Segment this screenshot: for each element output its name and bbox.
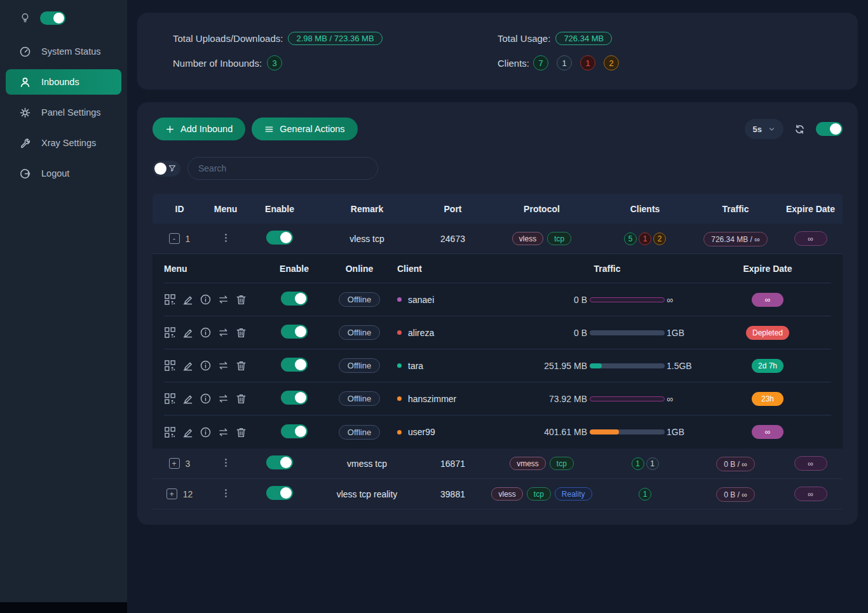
row-menu-button[interactable] (220, 488, 231, 499)
client-count-active: 1 (632, 457, 644, 470)
sidebar-item-inbounds[interactable]: Inbounds (6, 69, 121, 95)
kebab-icon (220, 232, 231, 243)
qr-code-icon[interactable] (164, 393, 176, 405)
header-remark: Remark (315, 204, 419, 214)
sub-header-enable: Enable (259, 264, 329, 274)
inbound-enable-toggle[interactable] (266, 486, 293, 500)
filter-toggle-knob (154, 163, 166, 175)
expand-row-button[interactable]: + (166, 488, 177, 499)
inbound-expire-badge: ∞ (794, 231, 827, 246)
qr-code-icon[interactable] (164, 426, 176, 438)
gauge-icon (19, 46, 31, 58)
reset-traffic-icon[interactable] (217, 293, 229, 306)
delete-icon[interactable] (235, 393, 247, 405)
total-usage-label: Total Usage: (498, 33, 550, 44)
plus-icon (165, 125, 175, 134)
protocol-tag-vless: vless (491, 487, 522, 501)
header-enable: Enable (245, 204, 315, 214)
sub-header-menu: Menu (164, 264, 259, 274)
delete-icon[interactable] (235, 327, 247, 339)
client-enable-toggle[interactable] (281, 292, 308, 306)
info-icon[interactable] (200, 327, 212, 339)
client-row-user99: Offline user99 401.61 MB 1GB ∞ (164, 415, 831, 448)
sub-header-client: Client (390, 264, 510, 274)
sidebar-footer-strip (0, 602, 127, 613)
gear-icon (19, 107, 31, 119)
sidebar-item-label: Panel Settings (41, 107, 101, 118)
collapse-row-button[interactable]: - (169, 233, 180, 244)
client-enable-toggle[interactable] (281, 358, 308, 372)
edit-icon[interactable] (182, 360, 194, 372)
refresh-button[interactable] (794, 123, 806, 135)
clients-expiring-badge: 2 (604, 55, 619, 71)
edit-icon[interactable] (182, 293, 194, 306)
delete-icon[interactable] (235, 426, 247, 438)
clients-depleted-badge: 1 (580, 55, 595, 71)
search-input[interactable] (187, 157, 378, 180)
client-enable-toggle[interactable] (281, 325, 308, 339)
inbound-enable-toggle[interactable] (266, 455, 293, 469)
general-actions-button[interactable]: General Actions (252, 118, 357, 140)
add-inbound-button[interactable]: Add Inbound (153, 118, 245, 140)
edit-icon[interactable] (182, 327, 194, 339)
client-color-dot (397, 297, 402, 302)
sub-header-online: Online (329, 264, 390, 274)
traffic-progress-bar (590, 330, 665, 335)
sub-header-expire: Expire Date (704, 264, 831, 274)
info-icon[interactable] (200, 360, 212, 372)
inbound-traffic-badge: 0 B / ∞ (716, 487, 755, 502)
reset-traffic-icon[interactable] (217, 426, 229, 438)
edit-icon[interactable] (182, 426, 194, 438)
sidebar-item-xray-settings[interactable]: Xray Settings (0, 130, 127, 156)
info-icon[interactable] (200, 293, 212, 306)
inbound-id: 1 (186, 234, 191, 244)
inbound-remark: vmess tcp (315, 459, 419, 469)
general-actions-label: General Actions (280, 124, 344, 134)
sidebar-item-logout[interactable]: Logout (0, 161, 127, 186)
traffic-progress-bar (590, 363, 665, 368)
qr-code-icon[interactable] (164, 360, 176, 372)
delete-icon[interactable] (235, 293, 247, 306)
sidebar-item-system-status[interactable]: System Status (0, 39, 127, 64)
client-row-tara: Offline tara 251.95 MB 1.5GB 2d 7h (164, 349, 831, 382)
inbound-remark: vless tcp (315, 234, 419, 244)
client-name: sanaei (408, 295, 434, 305)
inbound-row-1: - 1 vless tcp 24673 vless tcp 5 1 2 726.… (153, 224, 843, 254)
refresh-interval-select[interactable]: 5s (745, 119, 783, 139)
sidebar-item-label: Logout (41, 168, 69, 179)
edit-icon[interactable] (182, 393, 194, 405)
qr-code-icon[interactable] (164, 327, 176, 339)
row-menu-button[interactable] (220, 232, 231, 243)
online-status-badge: Offline (339, 325, 380, 340)
sidebar-item-panel-settings[interactable]: Panel Settings (0, 100, 127, 125)
delete-icon[interactable] (235, 360, 247, 372)
qr-code-icon[interactable] (164, 293, 176, 306)
reset-traffic-icon[interactable] (217, 327, 229, 339)
client-usage: 73.92 MB (510, 394, 590, 404)
client-enable-toggle[interactable] (281, 424, 308, 438)
client-color-dot (397, 363, 402, 368)
total-usage-value: 726.34 MB (555, 32, 612, 45)
header-id: ID (153, 204, 207, 214)
protocol-tag-vless: vless (512, 232, 543, 245)
info-icon[interactable] (200, 426, 212, 438)
chevron-down-icon (768, 126, 775, 133)
uploads-downloads-value: 2.98 MB / 723.36 MB (288, 32, 382, 45)
table-header: ID Menu Enable Remark Port Protocol Clie… (153, 194, 843, 224)
reset-traffic-icon[interactable] (217, 393, 229, 405)
expand-row-button[interactable]: + (169, 458, 180, 469)
inbound-port: 39881 (419, 489, 486, 499)
protocol-tag-tcp: tcp (550, 457, 574, 470)
client-enable-toggle[interactable] (281, 391, 308, 405)
filter-toggle[interactable] (153, 161, 180, 177)
inbound-enable-toggle[interactable] (266, 231, 293, 245)
main-content: Total Uploads/Downloads: 2.98 MB / 723.3… (127, 0, 868, 525)
auto-refresh-toggle[interactable] (816, 122, 843, 136)
clients-total-badge: 7 (533, 55, 548, 71)
client-row-hanszimmer: Offline hanszimmer 73.92 MB ∞ 23h (164, 382, 831, 415)
info-icon[interactable] (200, 393, 212, 405)
row-menu-button[interactable] (220, 457, 231, 468)
dark-mode-toggle[interactable] (40, 11, 65, 25)
client-count-expiring: 2 (653, 232, 666, 245)
reset-traffic-icon[interactable] (217, 360, 229, 372)
